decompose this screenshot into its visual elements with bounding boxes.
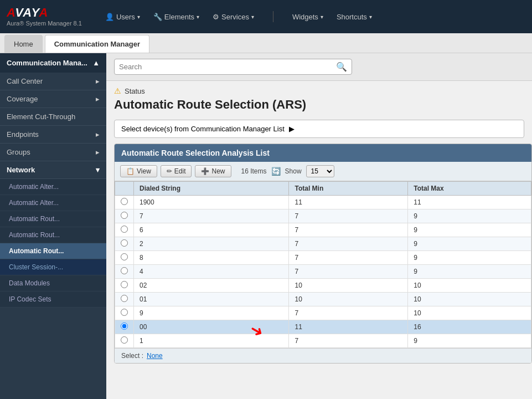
list-info: 16 Items 🔄 Show 15 25 50 100	[241, 165, 334, 177]
chevron-down-icon: ▾	[251, 14, 254, 20]
sidebar: Communication Mana... ▲ Call Center ▸ Co…	[0, 53, 106, 399]
table-header-row: Dialed String Total Min Total Max	[115, 182, 531, 196]
arrow-right-icon: ▶	[289, 125, 295, 133]
nav-elements[interactable]: 🔧 Elements ▾	[148, 9, 205, 24]
total-min-cell: 7	[289, 306, 408, 320]
items-count: 16 Items	[241, 167, 267, 175]
sidebar-item-auto-alt-1[interactable]: Automatic Alter...	[0, 179, 106, 195]
dialed-string-cell: 02	[134, 279, 289, 293]
col-dialed-string: Dialed String	[134, 182, 289, 196]
sidebar-item-auto-rout-1[interactable]: Automatic Rout...	[0, 211, 106, 227]
dialed-string-cell: 00	[134, 320, 289, 334]
nav-widgets[interactable]: Widgets ▾	[287, 9, 329, 24]
dialed-string-cell: 6	[134, 223, 289, 237]
table-row: 479	[115, 265, 531, 279]
search-input-wrapper: 🔍	[114, 59, 352, 75]
sidebar-item-auto-alt-2[interactable]: Automatic Alter...	[0, 195, 106, 211]
sidebar-section-element-cut-through[interactable]: Element Cut-Through	[0, 108, 106, 126]
table-row: 9710	[115, 306, 531, 320]
col-total-max: Total Max	[408, 182, 531, 196]
col-select	[115, 182, 134, 196]
row-radio[interactable]	[121, 295, 128, 302]
data-table: Dialed String Total Min Total Max 190011…	[115, 181, 531, 348]
nav-items: 👤 Users ▾ 🔧 Elements ▾ ⚙ Services ▾	[100, 9, 260, 24]
total-min-cell: 7	[289, 251, 408, 265]
sidebar-item-auto-rout-3[interactable]: Automatic Rout...	[0, 243, 106, 259]
main-layout: Communication Mana... ▲ Call Center ▸ Co…	[0, 53, 532, 399]
chevron-right-icon: ▸	[96, 130, 100, 139]
table-row: 001116	[115, 320, 531, 334]
row-radio[interactable]	[121, 239, 128, 247]
system-info: Aura® System Manager 8.1	[7, 20, 82, 27]
row-radio[interactable]	[121, 198, 128, 205]
table-row: 19001111	[115, 196, 531, 209]
tab-home[interactable]: Home	[4, 35, 43, 53]
content-area: 🔍 ⚠ Status Automatic Route Selection (AR…	[106, 53, 532, 399]
status-label: Status	[125, 87, 145, 95]
row-radio[interactable]	[121, 309, 128, 316]
row-radio[interactable]	[121, 281, 128, 288]
radio-cell	[115, 293, 134, 306]
list-toolbar: 📋 View ✏ Edit ➕ New 16 Items 🔄 Show	[115, 162, 531, 181]
status-area: ⚠ Status Automatic Route Selection (ARS)	[106, 81, 532, 120]
sidebar-section-endpoints[interactable]: Endpoints ▸	[0, 126, 106, 144]
radio-cell	[115, 306, 134, 320]
radio-cell	[115, 223, 134, 237]
chevron-right-icon: ▸	[96, 95, 100, 103]
search-button[interactable]: 🔍	[336, 62, 347, 72]
device-selector-text: Select device(s) from Communication Mana…	[121, 125, 285, 133]
select-label: Select :	[121, 352, 143, 360]
total-max-cell: 10	[408, 306, 531, 320]
sidebar-section-groups[interactable]: Groups ▸	[0, 144, 106, 161]
sidebar-header[interactable]: Communication Mana... ▲	[0, 53, 106, 73]
nav-shortcuts[interactable]: Shortcuts ▾	[331, 9, 378, 24]
total-min-cell: 7	[289, 223, 408, 237]
device-selector[interactable]: Select device(s) from Communication Mana…	[114, 120, 524, 138]
total-max-cell: 11	[408, 196, 531, 209]
col-total-min: Total Min	[289, 182, 408, 196]
wrench-icon: 🔧	[153, 13, 162, 21]
row-radio[interactable]	[121, 267, 128, 274]
total-max-cell: 9	[408, 334, 531, 348]
sidebar-item-auto-rout-2[interactable]: Automatic Rout...	[0, 227, 106, 243]
row-radio[interactable]	[121, 212, 128, 219]
refresh-button[interactable]: 🔄	[271, 167, 281, 176]
radio-cell	[115, 320, 134, 334]
show-select[interactable]: 15 25 50 100	[306, 165, 334, 177]
nav-services[interactable]: ⚙ Services ▾	[207, 9, 260, 24]
table-row: 011010	[115, 293, 531, 306]
chevron-right-icon: ▸	[96, 77, 100, 85]
view-button[interactable]: 📋 View	[120, 165, 157, 177]
row-radio[interactable]	[121, 226, 128, 233]
nav-users[interactable]: 👤 Users ▾	[100, 9, 146, 24]
table-row: 021010	[115, 279, 531, 293]
sidebar-section-network[interactable]: Network ▾	[0, 161, 106, 179]
sidebar-section-coverage[interactable]: Coverage ▸	[0, 90, 106, 108]
total-max-cell: 9	[408, 265, 531, 279]
dialed-string-cell: 01	[134, 293, 289, 306]
dialed-string-cell: 2	[134, 237, 289, 251]
tab-communication-manager[interactable]: Communication Manager	[45, 35, 149, 53]
sidebar-item-cluster-session[interactable]: Cluster Session-...	[0, 259, 106, 275]
new-button[interactable]: ➕ New	[195, 165, 231, 177]
chevron-down-icon: ▾	[197, 14, 199, 20]
radio-cell	[115, 265, 134, 279]
tab-bar: Home Communication Manager	[0, 33, 532, 53]
select-none-link[interactable]: None	[147, 352, 163, 360]
show-label: Show	[285, 167, 302, 175]
row-radio[interactable]	[121, 323, 128, 330]
total-max-cell: 9	[408, 209, 531, 223]
table-row: 679	[115, 223, 531, 237]
row-radio[interactable]	[121, 336, 128, 344]
edit-button[interactable]: ✏ Edit	[161, 165, 192, 177]
sidebar-section-call-center[interactable]: Call Center ▸	[0, 73, 106, 90]
row-radio[interactable]	[121, 253, 128, 260]
nav-items-2: Widgets ▾ Shortcuts ▾	[287, 9, 378, 24]
top-nav: AVAYA Aura® System Manager 8.1 👤 Users ▾…	[0, 0, 532, 33]
total-min-cell: 7	[289, 237, 408, 251]
sidebar-item-ip-codec-sets[interactable]: IP Codec Sets	[0, 291, 106, 308]
search-input[interactable]	[119, 63, 336, 71]
analysis-list-section: Automatic Route Selection Analysis List …	[114, 144, 532, 364]
sidebar-item-data-modules[interactable]: Data Modules	[0, 275, 106, 291]
search-bar: 🔍	[106, 53, 532, 81]
